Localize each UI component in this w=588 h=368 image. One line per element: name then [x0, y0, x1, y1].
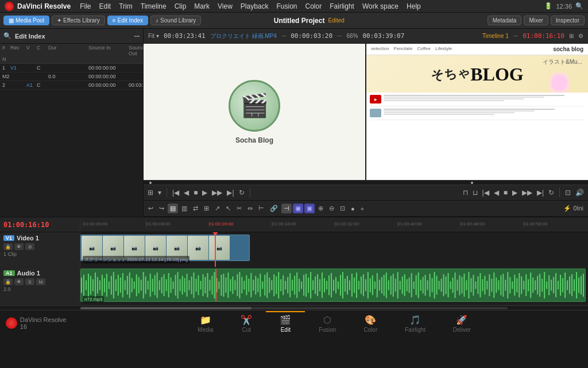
clip-name[interactable]: プロクリエイト 緑画.MP4: [210, 32, 277, 40]
menu-playback[interactable]: Playback: [237, 1, 272, 12]
timeline-scrollbar[interactable]: [0, 305, 588, 310]
dynamic-trim-btn[interactable]: ⇔: [245, 204, 255, 213]
undo-btn[interactable]: ↩: [146, 204, 156, 213]
fit-fill-btn[interactable]: ⊞: [202, 204, 211, 213]
audio-solo-btn[interactable]: S: [25, 278, 34, 285]
audio-lock-btn[interactable]: 🔒: [3, 278, 13, 285]
metadata-btn[interactable]: Metadata: [488, 16, 522, 25]
system-search[interactable]: 🔍: [575, 2, 583, 10]
table-row[interactable]: 1 V1 C 00:00:00:00: [0, 64, 143, 72]
menu-view[interactable]: View: [214, 1, 236, 12]
timeline-timecode[interactable]: 01:00:16:10: [523, 32, 564, 40]
menu-timeline[interactable]: Timeline: [137, 1, 170, 12]
menu-mark[interactable]: Mark: [191, 1, 213, 12]
scrollbar-thumb[interactable]: [80, 307, 252, 309]
source-duration[interactable]: 00:03:39:07: [362, 32, 404, 40]
edit-index-btn[interactable]: ≡ Edit Index: [107, 16, 148, 25]
menu-file[interactable]: File: [76, 1, 94, 12]
program-play-btn[interactable]: ▶: [510, 187, 519, 198]
menu-trim[interactable]: Trim: [115, 1, 136, 12]
color-btn2[interactable]: ▣: [304, 204, 315, 213]
menu-fairlight[interactable]: Fairlight: [326, 1, 358, 12]
nav-tab-cut[interactable]: ✂️ Cut: [227, 311, 266, 335]
overwrite-btn[interactable]: ▥: [179, 204, 189, 213]
audio-clip[interactable]: // Waveform bars will be generated inlin…: [80, 269, 586, 302]
scrub-bar[interactable]: [144, 180, 588, 185]
render-btn[interactable]: ⚡ 0Ini: [561, 204, 586, 213]
sound-library-btn[interactable]: ♪ Sound Library: [150, 16, 201, 25]
nav-tab-fairlight[interactable]: 🎵 Fairlight: [391, 311, 439, 335]
timeline-view-icon[interactable]: ⊞: [569, 33, 574, 39]
cut-tool[interactable]: ⊢: [256, 204, 266, 213]
audio-track-content[interactable]: // Waveform bars will be generated inlin…: [80, 267, 588, 305]
program-stop-btn[interactable]: ■: [502, 187, 509, 198]
go-to-end-btn[interactable]: ▶|: [225, 187, 235, 198]
add-track-btn[interactable]: +: [358, 204, 366, 213]
link-tool[interactable]: 🔗: [268, 204, 280, 213]
flag-color-btn[interactable]: ▣: [293, 204, 303, 213]
play-btn[interactable]: ▶: [200, 187, 209, 198]
nav-tab-deliver[interactable]: 🚀 Deliver: [439, 311, 485, 335]
menu-color[interactable]: Color: [302, 1, 326, 12]
in-out-btn[interactable]: ⊓: [461, 187, 470, 198]
menu-clip[interactable]: Clip: [171, 1, 190, 12]
source-monitor[interactable]: 🎬 Socha Blog: [144, 44, 366, 180]
timeline-program-btn[interactable]: |◀: [481, 187, 491, 198]
go-to-start-btn[interactable]: |◀: [171, 187, 181, 198]
program-prev-btn[interactable]: ◀: [492, 187, 501, 198]
audio-mute-btn[interactable]: M: [36, 278, 45, 285]
program-monitor[interactable]: selection Pencilate Coffee Lifestyle soc…: [366, 44, 588, 180]
timeline-options[interactable]: ···: [513, 33, 518, 39]
marker-btn[interactable]: ▾: [156, 187, 163, 198]
audio-level[interactable]: ●: [349, 204, 357, 213]
nav-tab-fusion[interactable]: ⬡ Fusion: [305, 311, 350, 335]
table-row[interactable]: 2 A1 C 00:00:00:00 00:03:39:07: [0, 81, 143, 90]
loop-btn[interactable]: ↻: [237, 187, 246, 198]
program-next-btn[interactable]: ▶▶: [520, 187, 534, 198]
zoom-fit-btn[interactable]: ⊡: [338, 204, 347, 213]
next-frame-btn[interactable]: ▶▶: [210, 187, 224, 198]
more-icon[interactable]: ···: [281, 33, 286, 39]
nav-tab-media[interactable]: 📁 Media: [184, 311, 227, 335]
full-screen-btn[interactable]: ⊡: [563, 187, 572, 198]
snap-btn[interactable]: ⊣: [281, 204, 292, 213]
effects-library-btn[interactable]: ✦ Effects Library: [52, 16, 105, 25]
menu-help[interactable]: Help: [403, 1, 424, 12]
program-end-btn[interactable]: ▶|: [535, 187, 546, 198]
more-icon2[interactable]: ···: [337, 33, 342, 39]
menu-edit[interactable]: Edit: [96, 1, 115, 12]
replace-btn[interactable]: ⇄: [191, 204, 200, 213]
more-options-icon[interactable]: ···: [134, 33, 140, 40]
nav-tab-color[interactable]: 🎨 Color: [350, 311, 391, 335]
source-timecode[interactable]: 00:03:23:41: [164, 32, 206, 40]
video-track-content[interactable]: 📷 📷 📷 📷 📷 📷 📷 スクリーンショット 2020-07-11 12.14…: [80, 232, 588, 267]
table-row[interactable]: M2 0.0 00:00:00:00: [0, 72, 143, 81]
settings-icon[interactable]: ⚙: [578, 33, 583, 39]
prev-frame-btn[interactable]: ◀: [182, 187, 191, 198]
menu-workspace[interactable]: Work space: [359, 1, 402, 12]
insert-btn[interactable]: ▤: [168, 204, 178, 213]
mixer-btn[interactable]: Mixer: [524, 16, 548, 25]
track-lock-btn[interactable]: 🔒: [3, 243, 13, 250]
blade-tool[interactable]: ✂: [234, 204, 244, 213]
timeline-ruler[interactable]: 01:00:00:00 01:00:08:00 01:00:16:00 01:0…: [80, 221, 588, 228]
audio-btn[interactable]: 🔊: [574, 187, 586, 198]
redo-btn[interactable]: ↪: [157, 204, 167, 213]
cursor-tool[interactable]: ↖: [223, 204, 233, 213]
program-loop-btn[interactable]: ↻: [547, 187, 556, 198]
track-eye-btn[interactable]: 👁: [14, 243, 24, 250]
zoom-in-btn[interactable]: ⊕: [316, 204, 326, 213]
zoom-level[interactable]: 66%: [346, 33, 358, 39]
viewer-mode-btn[interactable]: ⊞: [146, 187, 155, 198]
media-pool-btn[interactable]: ▦ Media Pool: [3, 16, 49, 25]
search-icon[interactable]: 🔍: [3, 32, 11, 40]
source-out-timecode[interactable]: 00:00:03:20: [291, 32, 332, 40]
inspector-btn[interactable]: Inspector: [551, 16, 585, 25]
stop-btn[interactable]: ■: [192, 187, 199, 198]
clip-in-btn[interactable]: ⊔: [471, 187, 479, 198]
append-btn[interactable]: ↗: [212, 204, 222, 213]
zoom-out-btn[interactable]: ⊖: [327, 204, 336, 213]
fit-dropdown[interactable]: Fit ▾: [148, 33, 159, 39]
nav-tab-edit[interactable]: 🎬 Edit: [266, 311, 305, 335]
menu-fusion[interactable]: Fusion: [273, 1, 301, 12]
